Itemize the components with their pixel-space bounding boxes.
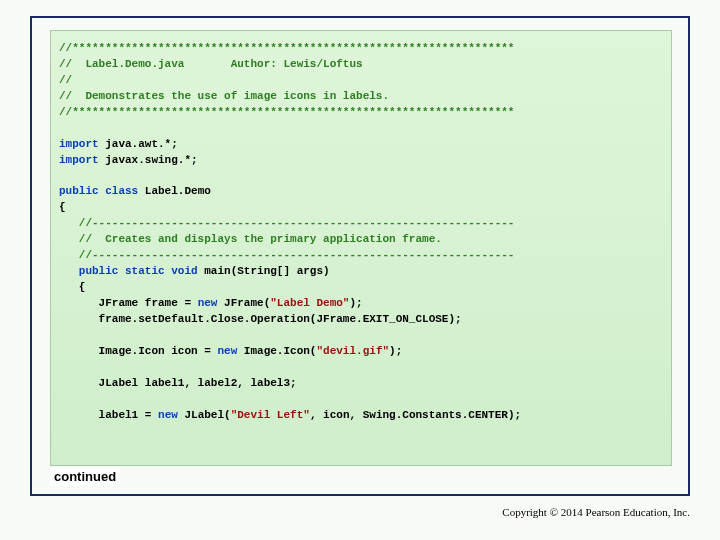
code-text: JFrame( (217, 297, 270, 309)
code-text: label1 = (59, 409, 158, 421)
keyword: new (158, 409, 178, 421)
copyright-text: Copyright © 2014 Pearson Education, Inc. (502, 506, 690, 518)
comment-line: // Label.Demo.java Author: Lewis/Loftus (59, 58, 363, 70)
comment-line: // Creates and displays the primary appl… (59, 233, 442, 245)
continued-label: continued (50, 467, 120, 486)
comment-line: //**************************************… (59, 42, 514, 54)
comment-line: //--------------------------------------… (59, 217, 514, 229)
string-literal: "Devil Left" (231, 409, 310, 421)
code-text: JLabel label1, label2, label3; (59, 377, 297, 389)
keyword: import (59, 138, 99, 150)
keyword: new (217, 345, 237, 357)
code-text: Label.Demo (138, 185, 211, 197)
brace: { (59, 281, 85, 293)
code-text: ); (349, 297, 362, 309)
code-text: JFrame frame = (59, 297, 198, 309)
comment-line: //--------------------------------------… (59, 249, 514, 261)
code-text: javax.swing.*; (99, 154, 198, 166)
code-text: frame.setDefault.Close.Operation(JFrame.… (59, 313, 462, 325)
comment-line: //**************************************… (59, 106, 514, 118)
keyword: public (59, 185, 99, 197)
string-literal: "devil.gif" (316, 345, 389, 357)
keyword: class (99, 185, 139, 197)
code-text: Image.Icon icon = (59, 345, 217, 357)
string-literal: "Label Demo" (270, 297, 349, 309)
code-text: ); (389, 345, 402, 357)
code-text: JLabel( (178, 409, 231, 421)
keyword: new (198, 297, 218, 309)
keyword: static (118, 265, 164, 277)
comment-line: // Demonstrates the use of image icons i… (59, 90, 389, 102)
comment-line: // (59, 74, 72, 86)
code-text: main(String[] args) (198, 265, 330, 277)
code-text: , icon, Swing.Constants.CENTER); (310, 409, 521, 421)
code-block: //**************************************… (50, 30, 672, 466)
keyword: void (165, 265, 198, 277)
code-text: java.awt.*; (99, 138, 178, 150)
code-text: Image.Icon( (237, 345, 316, 357)
keyword: import (59, 154, 99, 166)
brace: { (59, 201, 66, 213)
keyword: public (59, 265, 118, 277)
